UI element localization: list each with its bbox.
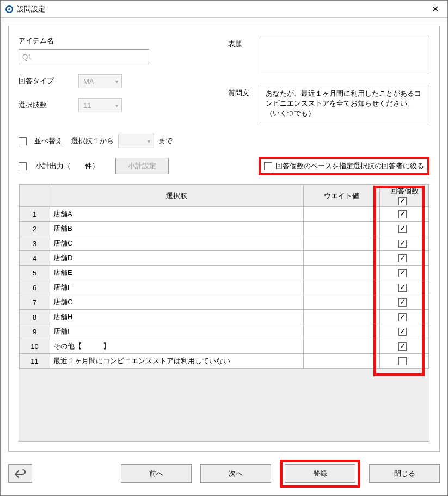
row-number: 3 <box>20 236 50 251</box>
row-number: 1 <box>20 207 50 222</box>
sort-row: 並べ替え 選択肢１から まで <box>19 134 429 148</box>
subtotal-label: 小計出力（ 件） <box>35 161 99 171</box>
choice-cell[interactable]: 店舗A <box>50 207 304 222</box>
count-cell[interactable] <box>380 295 429 310</box>
subtotal-checkbox[interactable] <box>19 162 27 170</box>
choices-table: 選択肢 ウエイト値 回答個数 1店舗A2店舗B3店舗C4店舗D5店舗E6店舗F7… <box>19 185 429 369</box>
weight-cell[interactable] <box>304 339 380 354</box>
weight-cell[interactable] <box>304 280 380 295</box>
sort-range-select[interactable] <box>118 134 154 148</box>
table-row: 5店舗E <box>20 266 429 280</box>
item-name-input[interactable] <box>19 49 149 64</box>
weight-cell[interactable] <box>304 251 380 266</box>
weight-cell[interactable] <box>304 222 380 236</box>
choices-table-wrap: 選択肢 ウエイト値 回答個数 1店舗A2店舗B3店舗C4店舗D5店舗E6店舗F7… <box>19 184 429 442</box>
base-filter-label: 回答個数のベースを指定選択肢の回答者に絞る <box>275 161 424 171</box>
choice-cell[interactable]: 店舗H <box>50 310 304 324</box>
prev-button[interactable]: 前へ <box>121 464 192 483</box>
row-number: 7 <box>20 295 50 310</box>
count-cell[interactable] <box>380 310 429 324</box>
count-cell[interactable] <box>380 354 429 369</box>
count-checkbox[interactable] <box>398 284 407 292</box>
choice-cell[interactable]: その他【 】 <box>50 339 304 354</box>
dialog-window: 設問設定 ✕ アイテム名 回答タイプ MA 選択肢数 <box>0 0 448 496</box>
subtotal-row: 小計出力（ 件） 小計設定 回答個数のベースを指定選択肢の回答者に絞る <box>19 157 429 175</box>
choice-cell[interactable]: 店舗D <box>50 251 304 266</box>
count-checkbox[interactable] <box>398 225 407 233</box>
count-checkbox[interactable] <box>398 342 407 351</box>
bottom-bar: 前へ 次へ 登録 閉じる <box>8 460 440 488</box>
next-button[interactable]: 次へ <box>200 464 271 483</box>
table-row: 11最近１ヶ月間にコンビニエンスストアは利用していない <box>20 354 429 369</box>
undo-button[interactable] <box>8 464 32 483</box>
close-icon[interactable]: ✕ <box>427 3 443 16</box>
question-textarea[interactable]: あなたが、最近１ヶ月間に利用したことがあるコンビニエンスストアを全てお知らせくだ… <box>261 85 429 123</box>
subtotal-settings-button[interactable]: 小計設定 <box>115 158 169 174</box>
question-field-label: 質問文 <box>228 85 261 98</box>
sort-from-label: 選択肢１から <box>71 136 114 146</box>
choice-cell[interactable]: 最近１ヶ月間にコンビニエンスストアは利用していない <box>50 354 304 369</box>
table-row: 6店舗F <box>20 280 429 295</box>
item-name-label: アイテム名 <box>19 36 78 46</box>
count-checkbox[interactable] <box>398 328 407 336</box>
choice-count-select[interactable]: 11 <box>78 98 122 112</box>
count-checkbox[interactable] <box>398 357 407 365</box>
count-cell[interactable] <box>380 222 429 236</box>
choice-cell[interactable]: 店舗E <box>50 266 304 280</box>
weight-cell[interactable] <box>304 310 380 324</box>
close-button[interactable]: 閉じる <box>369 464 440 483</box>
count-checkbox[interactable] <box>398 269 407 277</box>
table-row: 3店舗C <box>20 236 429 251</box>
weight-cell[interactable] <box>304 354 380 369</box>
choice-cell[interactable]: 店舗I <box>50 324 304 339</box>
choice-cell[interactable]: 店舗C <box>50 236 304 251</box>
row-number: 8 <box>20 310 50 324</box>
row-number: 9 <box>20 324 50 339</box>
count-cell[interactable] <box>380 236 429 251</box>
answer-type-select[interactable]: MA <box>78 74 122 88</box>
count-checkbox[interactable] <box>398 210 407 218</box>
weight-cell[interactable] <box>304 266 380 280</box>
count-cell[interactable] <box>380 280 429 295</box>
inner-panel: アイテム名 回答タイプ MA 選択肢数 11 <box>8 26 440 452</box>
choice-cell[interactable]: 店舗F <box>50 280 304 295</box>
sort-to-label: まで <box>158 136 173 146</box>
answer-type-label: 回答タイプ <box>19 76 78 86</box>
title-field-label: 表題 <box>228 36 261 49</box>
table-row: 2店舗B <box>20 222 429 236</box>
count-checkbox[interactable] <box>398 254 407 262</box>
content-area: アイテム名 回答タイプ MA 選択肢数 11 <box>1 18 447 495</box>
table-row: 10その他【 】 <box>20 339 429 354</box>
register-button[interactable]: 登録 <box>285 464 355 483</box>
count-cell[interactable] <box>380 251 429 266</box>
row-number: 11 <box>20 354 50 369</box>
weight-cell[interactable] <box>304 324 380 339</box>
title-textarea[interactable] <box>261 36 429 74</box>
table-row: 9店舗I <box>20 324 429 339</box>
table-row: 8店舗H <box>20 310 429 324</box>
count-cell[interactable] <box>380 324 429 339</box>
base-filter-checkbox[interactable] <box>264 162 272 170</box>
choice-cell[interactable]: 店舗B <box>50 222 304 236</box>
count-checkbox[interactable] <box>398 313 407 321</box>
sort-checkbox[interactable] <box>19 137 27 145</box>
sort-label: 並べ替え <box>34 136 63 146</box>
titlebar: 設問設定 ✕ <box>1 1 447 18</box>
count-checkbox[interactable] <box>398 240 407 248</box>
count-cell[interactable] <box>380 207 429 222</box>
choice-cell[interactable]: 店舗G <box>50 295 304 310</box>
col-choice-header: 選択肢 <box>50 185 304 207</box>
weight-cell[interactable] <box>304 236 380 251</box>
form-top-row: アイテム名 回答タイプ MA 選択肢数 11 <box>19 36 429 134</box>
row-number: 2 <box>20 222 50 236</box>
count-checkbox[interactable] <box>398 298 407 307</box>
svg-point-1 <box>8 8 10 10</box>
count-cell[interactable] <box>380 266 429 280</box>
weight-cell[interactable] <box>304 295 380 310</box>
row-number: 6 <box>20 280 50 295</box>
col-weight-header: ウエイト値 <box>304 185 380 207</box>
base-filter-highlight: 回答個数のベースを指定選択肢の回答者に絞る <box>259 157 429 175</box>
count-cell[interactable] <box>380 339 429 354</box>
count-header-checkbox[interactable] <box>398 197 407 205</box>
weight-cell[interactable] <box>304 207 380 222</box>
